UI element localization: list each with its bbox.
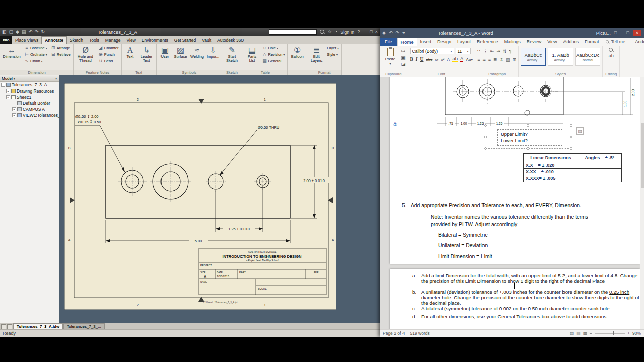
tab-design[interactable]: Design	[434, 38, 454, 46]
tree-item-drawing-resources[interactable]: + Drawing Resources	[0, 88, 59, 94]
redo-icon[interactable]: ↷	[35, 30, 39, 34]
print-icon[interactable]: ▤	[22, 30, 26, 34]
general-tolerances-table[interactable]: Linear Dimensions Angles = ± .5° X.X = ±…	[523, 153, 622, 182]
update-icon[interactable]: ↻	[41, 30, 45, 34]
borders-icon[interactable]: ⊞	[513, 57, 517, 63]
resize-handle[interactable]	[484, 147, 487, 150]
italic-button[interactable]: I	[416, 57, 418, 62]
search-icon[interactable]	[320, 30, 325, 34]
import-button[interactable]: ⇩Impor...	[206, 45, 220, 69]
tab-view[interactable]: View	[544, 38, 560, 46]
sort-icon[interactable]: ⇅	[503, 49, 507, 54]
expand-icon[interactable]: +	[12, 107, 16, 111]
app-menu-icon[interactable]: ◧	[2, 30, 7, 34]
cut-icon[interactable]: ✂	[401, 49, 406, 54]
font-size-select[interactable]: 11▾	[456, 48, 471, 54]
strikethrough-button[interactable]: abc	[426, 57, 432, 62]
sign-in-link[interactable]: Sign In	[340, 30, 354, 35]
zoom-in-button[interactable]: +	[627, 331, 630, 336]
paste-button[interactable]: Paste ▾	[382, 48, 399, 71]
bend-button[interactable]: ∪Bend	[97, 58, 120, 64]
save-icon[interactable]: ◆	[16, 30, 19, 34]
restore-icon[interactable]: □	[370, 30, 372, 34]
expand-icon[interactable]: +	[12, 113, 16, 117]
tell-me-box[interactable]: Tell me...	[602, 38, 632, 46]
tab-review[interactable]: Review	[524, 38, 545, 46]
style-activity-1[interactable]: AaBbCc Activity...	[521, 48, 546, 66]
align-right-icon[interactable]: ≡	[488, 57, 491, 63]
save-icon[interactable]: ◆	[382, 31, 386, 35]
hole-and-thread-button[interactable]: Ø Hole and Thread	[75, 45, 96, 69]
indent-decrease-icon[interactable]: ⇤	[490, 49, 494, 54]
arrange-button[interactable]: ⊞Arrange	[50, 45, 72, 51]
collapse-icon[interactable]: −	[1, 83, 5, 87]
resize-handle[interactable]	[484, 136, 487, 138]
ordinate-button[interactable]: ⊢Ordinate▾	[23, 51, 48, 57]
tab-file[interactable]: File	[380, 38, 397, 46]
show-marks-icon[interactable]: ¶	[509, 49, 512, 54]
account-name[interactable]: Anderson...	[632, 38, 644, 46]
zoom-slider[interactable]	[595, 333, 625, 334]
format-painter-icon[interactable]: ◪	[401, 62, 406, 67]
resize-handle[interactable]	[527, 147, 529, 150]
zoom-out-button[interactable]: −	[590, 331, 592, 336]
resize-handle[interactable]	[484, 124, 487, 127]
close-icon[interactable]: ×	[633, 30, 641, 36]
doc-tab-drawing[interactable]: Tolerances_7_3_A.idw	[13, 323, 63, 329]
quick-access-dropdown-icon[interactable]: ▾	[403, 31, 405, 35]
tab-format[interactable]: Format	[582, 38, 602, 46]
help-search-input[interactable]	[269, 29, 317, 35]
dimension-button[interactable]: ↔ Dimension	[2, 45, 22, 69]
limits-textbox[interactable]: Upper Limit? Lower Limit?	[497, 129, 562, 146]
leader-text-button[interactable]: ↳ Leader Text	[139, 45, 155, 69]
underline-button[interactable]: U	[420, 57, 424, 62]
tab-sketch[interactable]: Sketch	[67, 36, 86, 44]
collapse-icon[interactable]: −	[6, 95, 10, 99]
chain-button[interactable]: ∿Chain▾	[23, 58, 48, 64]
tab-environments[interactable]: Environments	[139, 36, 171, 44]
change-case-button[interactable]: Aa▾	[466, 57, 473, 62]
resize-handle[interactable]	[527, 124, 529, 127]
general-button[interactable]: ▦General	[261, 58, 286, 64]
tree-item-view1[interactable]: + VIEW1:Tolerances_7_3...	[0, 112, 59, 118]
subscript-button[interactable]: x₂	[435, 57, 438, 62]
switch-windows-icon[interactable]	[7, 324, 12, 329]
tree-item-sheet1[interactable]: − Sheet:1	[0, 94, 59, 100]
tree-item-root[interactable]: − Tolerances_7_3_A	[0, 82, 59, 88]
minimize-icon[interactable]: –	[620, 31, 623, 35]
shading-icon[interactable]: ▨	[506, 57, 510, 63]
drawing-sheet[interactable]: 2 1 2 1 B A B A	[64, 83, 336, 310]
surface-button[interactable]: ▨Surface	[173, 45, 188, 69]
page-indicator[interactable]: Page 2 of 4	[383, 331, 405, 336]
help-icon[interactable]: ?	[357, 30, 360, 34]
vertical-scrollbar[interactable]	[640, 77, 644, 329]
text-effects-button[interactable]: A	[447, 57, 450, 62]
expand-icon[interactable]: +	[6, 89, 10, 93]
tab-vault[interactable]: Vault	[199, 36, 214, 44]
replace-icon[interactable]: ab	[609, 53, 614, 59]
tree-item-campus-a[interactable]: + CAMPUS A	[0, 106, 59, 112]
style-normal[interactable]: AaBbCcDc Normal	[575, 48, 600, 66]
tab-tools[interactable]: Tools	[86, 36, 102, 44]
account-person-icon[interactable]: ◔	[335, 30, 337, 34]
resize-handle[interactable]	[570, 136, 572, 138]
layer-select[interactable]: Layer▾	[326, 45, 340, 51]
redo-icon[interactable]: ↷	[395, 31, 399, 35]
tab-insert[interactable]: Insert	[417, 38, 435, 46]
read-mode-icon[interactable]: ▤	[570, 331, 574, 336]
doc-tab-part[interactable]: Tolerances_7_3_...	[63, 323, 105, 329]
zoom-slider-thumb[interactable]	[613, 331, 614, 335]
tab-autodesk-360[interactable]: Autodesk 360	[214, 36, 247, 44]
hole-table-button[interactable]: ○Hole▾	[261, 45, 286, 51]
revision-button[interactable]: △Revision▾	[261, 51, 286, 57]
chamfer-button[interactable]: ◢Chamfer	[97, 45, 120, 51]
browser-header[interactable]: Model ▾ ×	[0, 75, 59, 82]
indent-increase-icon[interactable]: ⇥	[496, 49, 500, 54]
font-color-button[interactable]: A	[460, 57, 463, 62]
bold-button[interactable]: B	[410, 57, 413, 62]
word-count[interactable]: 519 words	[410, 331, 429, 336]
browser-close-icon[interactable]: ×	[55, 76, 57, 81]
tab-layout[interactable]: Layout	[454, 38, 474, 46]
favorites-star-icon[interactable]: ☆	[328, 30, 332, 34]
bullets-icon[interactable]: ∷	[477, 49, 480, 54]
